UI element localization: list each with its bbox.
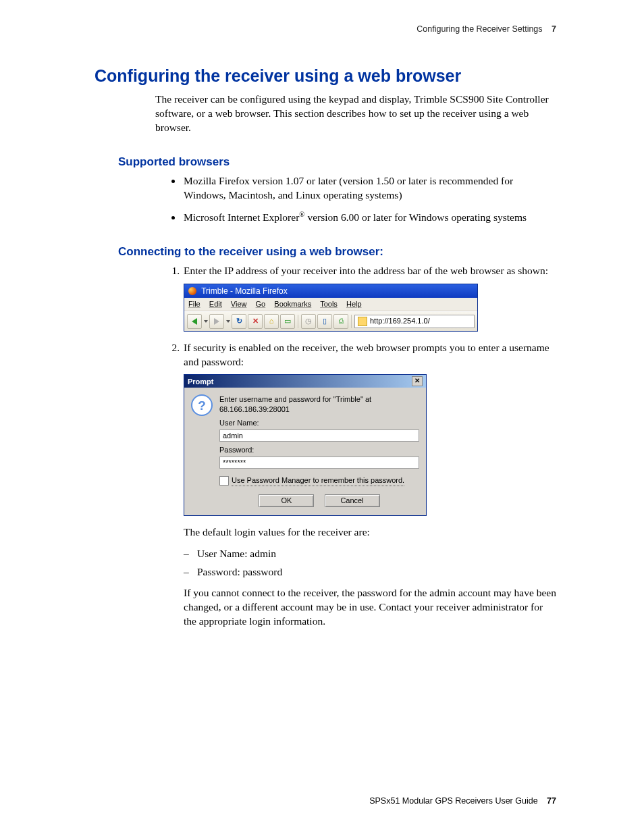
home-button[interactable]: ⌂ xyxy=(264,314,279,329)
firefox-window: Trimble - Mozilla Firefox File Edit View… xyxy=(184,284,478,332)
password-label: Password: xyxy=(219,445,419,455)
text: Microsoft Internet Explorer xyxy=(184,211,299,223)
print-button[interactable]: ⎙ xyxy=(333,314,348,329)
defaults-list: User Name: admin Password: password xyxy=(184,547,556,579)
history-button[interactable]: ◷ xyxy=(301,314,316,329)
list-item: Password: password xyxy=(197,565,556,579)
favicon-icon xyxy=(358,317,367,326)
dropdown-icon[interactable] xyxy=(226,320,230,323)
window-titlebar: Trimble - Mozilla Firefox xyxy=(184,284,477,298)
reload-button[interactable]: ↻ xyxy=(232,314,246,329)
close-button[interactable]: ✕ xyxy=(412,376,423,386)
back-button[interactable] xyxy=(187,314,202,329)
dialog-title: Prompt xyxy=(188,377,214,387)
firefox-icon xyxy=(188,287,196,295)
menu-file[interactable]: File xyxy=(188,300,200,308)
running-head: Configuring the Receiver Settings 7 xyxy=(95,24,556,34)
menu-bar: File Edit View Go Bookmarks Tools Help xyxy=(184,298,477,311)
step-text: If security is enabled on the receiver, … xyxy=(184,342,549,367)
menu-tools[interactable]: Tools xyxy=(320,300,338,308)
menu-view[interactable]: View xyxy=(231,300,247,308)
forward-button[interactable] xyxy=(209,314,224,329)
dialog-titlebar: Prompt ✕ xyxy=(184,375,426,388)
steps-list: Enter the IP address of your receiver in… xyxy=(155,264,556,629)
page-title: Configuring the receiver using a web bro… xyxy=(95,66,556,86)
username-input[interactable] xyxy=(219,429,419,442)
new-tab-button[interactable]: ▭ xyxy=(280,314,295,329)
step-2: If security is enabled on the receiver, … xyxy=(182,341,556,629)
window-title: Trimble - Mozilla Firefox xyxy=(201,286,288,296)
page-number: 77 xyxy=(547,796,556,806)
ok-button[interactable]: OK xyxy=(259,494,314,507)
list-item: User Name: admin xyxy=(197,547,556,561)
section-name: Configuring the Receiver Settings xyxy=(417,24,542,34)
intro-paragraph: The receiver can be configured using the… xyxy=(155,93,556,135)
subsection-connecting: Connecting to the receiver using a web b… xyxy=(118,245,556,259)
step-text: Enter the IP address of your receiver in… xyxy=(184,265,548,276)
menu-bookmarks[interactable]: Bookmarks xyxy=(274,300,311,308)
chapter-number: 7 xyxy=(552,24,556,34)
subsection-supported-browsers: Supported browsers xyxy=(118,155,556,169)
dropdown-icon[interactable] xyxy=(204,320,208,323)
book-title: SPSx51 Modular GPS Receivers User Guide xyxy=(369,796,537,806)
sidebar-button[interactable]: ▯ xyxy=(317,314,332,329)
separator xyxy=(298,315,298,328)
menu-go[interactable]: Go xyxy=(256,300,266,308)
question-icon: ? xyxy=(191,394,213,416)
arrow-right-icon xyxy=(214,318,219,325)
stop-button[interactable]: ✕ xyxy=(248,314,263,329)
cannot-connect-paragraph: If you cannot connect to the receiver, t… xyxy=(184,586,556,629)
list-item: Microsoft Internet Explorer® version 6.0… xyxy=(182,209,556,225)
remember-label: Use Password Manager to remember this pa… xyxy=(232,475,404,486)
username-label: User Name: xyxy=(219,418,419,428)
list-item: Mozilla Firefox version 1.07 or later (v… xyxy=(182,174,556,203)
remember-checkbox-row: Use Password Manager to remember this pa… xyxy=(219,475,419,486)
toolbar: ↻ ✕ ⌂ ▭ ◷ ▯ ⎙ http://169.254.1.0/ xyxy=(184,311,477,331)
address-bar[interactable]: http://169.254.1.0/ xyxy=(354,315,475,328)
dialog-message: Enter username and password for "Trimble… xyxy=(219,394,419,415)
registered-symbol: ® xyxy=(299,210,304,218)
separator xyxy=(351,315,352,328)
text: version 6.00 or later for Windows operat… xyxy=(305,211,527,223)
arrow-left-icon xyxy=(192,318,197,325)
remember-checkbox[interactable] xyxy=(219,476,229,486)
defaults-intro: The default login values for the receive… xyxy=(184,525,556,540)
url-text: http://169.254.1.0/ xyxy=(370,316,430,326)
cancel-button[interactable]: Cancel xyxy=(325,494,380,507)
password-input[interactable] xyxy=(219,457,419,469)
menu-edit[interactable]: Edit xyxy=(209,300,222,308)
menu-help[interactable]: Help xyxy=(346,300,362,308)
prompt-dialog: Prompt ✕ ? Enter username and password f… xyxy=(184,374,427,515)
page-footer: SPSx51 Modular GPS Receivers User Guide … xyxy=(369,796,556,806)
browser-list: Mozilla Firefox version 1.07 or later (v… xyxy=(155,174,556,225)
step-1: Enter the IP address of your receiver in… xyxy=(182,264,556,332)
